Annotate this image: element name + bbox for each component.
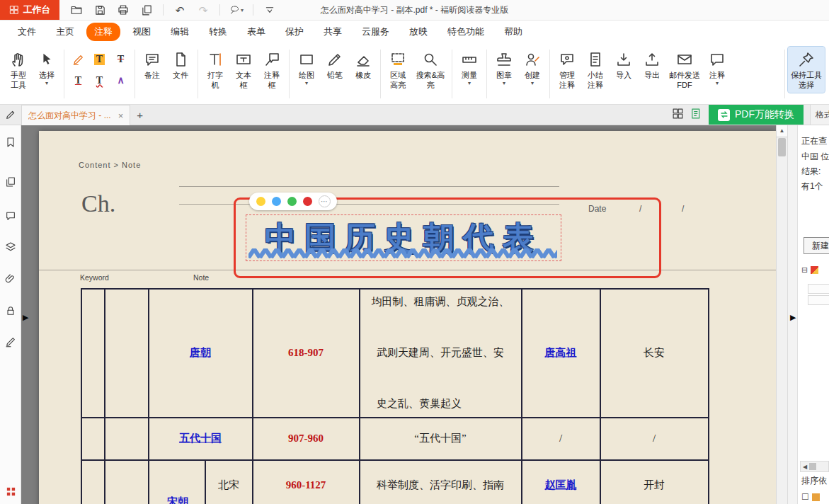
- highlighter-pen-icon[interactable]: [69, 50, 88, 69]
- tool-eraser[interactable]: 橡皮: [349, 47, 377, 82]
- tree-collapse-icon[interactable]: ⊟: [801, 265, 808, 275]
- print-icon[interactable]: [116, 3, 130, 17]
- document-viewport[interactable]: ▶ Content > Note Ch. Date / / ⋯ 中国历史朝代表: [21, 125, 787, 504]
- tab-layout-grid-icon[interactable]: [672, 108, 684, 122]
- tool-hand[interactable]: 手型工具: [4, 47, 33, 93]
- menu-home[interactable]: 主页: [48, 23, 82, 41]
- color-dot-yellow[interactable]: [256, 197, 265, 206]
- tool-create-stamp[interactable]: 创建 ▾: [518, 47, 547, 88]
- dynasty-link[interactable]: 宋朝: [167, 496, 188, 504]
- tool-summarize-comments[interactable]: 小结注释: [581, 47, 610, 93]
- menu-help[interactable]: 帮助: [496, 23, 530, 41]
- menu-features[interactable]: 特色功能: [440, 23, 492, 41]
- main-area: ▶ Content > Note Ch. Date / / ⋯ 中国历史朝代表: [0, 125, 829, 504]
- table-line: [81, 288, 709, 290]
- crop-marks-icon[interactable]: [4, 484, 18, 498]
- squiggly-underline-icon[interactable]: T: [90, 71, 109, 90]
- layers-icon[interactable]: [4, 240, 18, 254]
- tool-manage-comments[interactable]: 管理注释: [553, 47, 581, 93]
- document-tab[interactable]: 怎么面对高中学习 - ... ×: [21, 105, 130, 125]
- table-line: [600, 288, 601, 504]
- scroll-up-arrow[interactable]: ▲: [777, 125, 787, 137]
- tool-import-comments[interactable]: 导入: [610, 47, 638, 82]
- tool-stamp[interactable]: 图章 ▾: [490, 47, 518, 88]
- comments-icon[interactable]: [4, 209, 18, 223]
- security-icon[interactable]: [4, 304, 18, 318]
- panel-list-item[interactable]: [808, 284, 829, 294]
- scroll-left-arrow[interactable]: ◀: [801, 464, 809, 470]
- note-line: 武则天建周、开元盛世、安: [377, 346, 504, 360]
- results-tree-row[interactable]: ⊟: [801, 265, 818, 275]
- panel-horizontal-scrollbar[interactable]: ◀: [800, 461, 829, 472]
- highlight-text-icon[interactable]: T: [90, 50, 109, 69]
- left-panel-expand-arrow[interactable]: ▶: [23, 314, 28, 321]
- menu-share[interactable]: 共享: [316, 23, 350, 41]
- workspace-button[interactable]: 工作台: [0, 0, 59, 20]
- right-panel-expand-arrow[interactable]: ▶: [790, 314, 796, 321]
- panel-list-item[interactable]: [808, 295, 829, 305]
- tool-measure[interactable]: 测量 ▾: [455, 47, 484, 88]
- tab-close-icon[interactable]: ×: [118, 110, 124, 121]
- attachment-icon[interactable]: [4, 272, 18, 286]
- signature-icon[interactable]: [4, 335, 18, 349]
- tool-typewriter[interactable]: 打字机: [201, 47, 229, 93]
- dynasty-link[interactable]: 唐朝: [190, 346, 211, 360]
- ribbon-collapse-icon[interactable]: [263, 3, 277, 17]
- tool-export-comments[interactable]: 导出: [638, 47, 666, 82]
- menu-comment-active[interactable]: 注释: [86, 23, 120, 41]
- checkbox-icon[interactable]: ☐: [801, 492, 809, 502]
- save-icon[interactable]: [93, 3, 107, 17]
- more-colors-icon[interactable]: ⋯: [319, 195, 331, 207]
- filter-checkbox-row[interactable]: ☐: [801, 492, 820, 502]
- tool-callout[interactable]: 注释框: [258, 47, 286, 93]
- note-line: 科举制度、活字印刷、指南: [377, 479, 504, 492]
- new-tab-button[interactable]: +: [137, 109, 143, 121]
- menu-file[interactable]: 文件: [10, 23, 44, 41]
- format-panel-tab[interactable]: 格式: [810, 105, 829, 125]
- tool-pencil[interactable]: 铅笔: [321, 47, 349, 82]
- new-button[interactable]: 新建: [804, 237, 829, 254]
- undo-icon[interactable]: ↶: [173, 3, 187, 17]
- founder-link[interactable]: 赵匡胤: [545, 479, 577, 492]
- underline-text-icon[interactable]: T: [69, 71, 88, 90]
- copy-document-icon[interactable]: [139, 3, 154, 17]
- lasso-tool-icon[interactable]: ▾: [229, 3, 244, 17]
- menu-form[interactable]: 表单: [239, 23, 273, 41]
- menu-convert[interactable]: 转换: [201, 23, 235, 41]
- tool-file-attach[interactable]: 文件: [166, 47, 195, 82]
- search-status-line: 正在查: [801, 135, 827, 147]
- menu-cloud[interactable]: 云服务: [354, 23, 397, 41]
- bookmarks-icon[interactable]: [4, 135, 18, 149]
- annotate-pen-icon[interactable]: [0, 109, 21, 120]
- color-dot-blue[interactable]: [272, 197, 281, 206]
- pdf-convert-button[interactable]: PDF万能转换: [709, 105, 804, 125]
- open-file-icon[interactable]: [69, 3, 84, 17]
- tool-email-fdf[interactable]: 邮件发送FDF: [666, 47, 703, 93]
- annotation-doc-icon[interactable]: [690, 108, 702, 122]
- menu-view[interactable]: 视图: [125, 23, 159, 41]
- tool-note[interactable]: 备注: [138, 47, 166, 82]
- tool-comment-menu[interactable]: 注释 ▾: [703, 47, 731, 88]
- menu-bar: 文件 主页 注释 视图 编辑 转换 表单 保护 共享 云服务 放映 特色功能 帮…: [0, 21, 829, 43]
- tool-keep-tool-selected[interactable]: 保持工具选择: [788, 47, 825, 93]
- tool-drawing[interactable]: 绘图 ▾: [292, 47, 321, 88]
- color-dot-green[interactable]: [287, 197, 297, 206]
- tool-textbox[interactable]: 文本框: [229, 47, 258, 93]
- menu-edit[interactable]: 编辑: [163, 23, 197, 41]
- tool-search-highlight[interactable]: 搜索&高亮: [412, 47, 449, 93]
- menu-protect[interactable]: 保护: [278, 23, 311, 41]
- founder-link[interactable]: 唐高祖: [545, 346, 577, 360]
- tool-select[interactable]: 选择 ▾: [33, 47, 61, 88]
- dynasty-link[interactable]: 五代十国: [179, 432, 222, 445]
- pages-icon[interactable]: [4, 175, 18, 189]
- h-scrollbar-thumb[interactable]: [809, 463, 816, 470]
- vertical-scrollbar[interactable]: ▲: [776, 125, 787, 504]
- redo-icon[interactable]: ↷: [196, 3, 210, 17]
- menu-slideshow[interactable]: 放映: [401, 23, 435, 41]
- scrollbar-thumb[interactable]: [778, 138, 786, 156]
- color-dot-red[interactable]: [303, 197, 312, 206]
- insert-caret-icon[interactable]: ∧: [111, 71, 130, 90]
- tool-area-highlight[interactable]: 区域高亮: [384, 47, 412, 93]
- strikethrough-text-icon[interactable]: T: [111, 50, 130, 69]
- table-line: [708, 288, 709, 504]
